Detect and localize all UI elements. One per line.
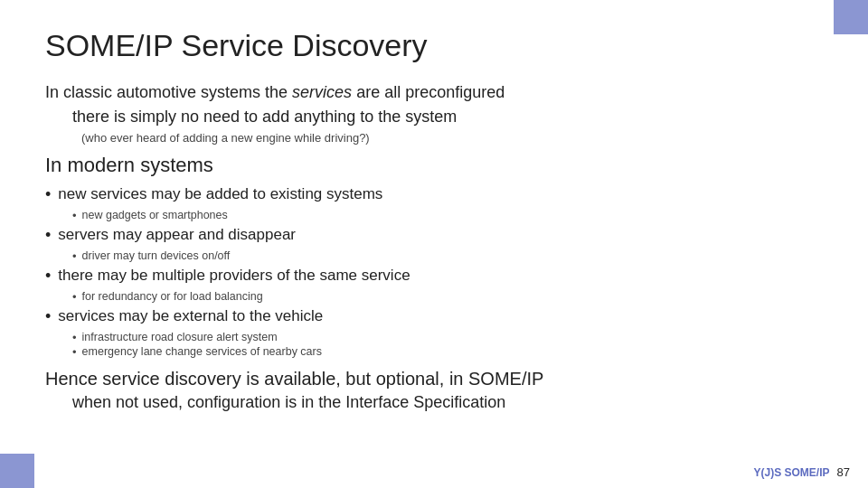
conclusion-main-text: Hence service discovery is available, bu… [45, 366, 823, 391]
intro-line2-text: there is simply no need to add anything … [72, 108, 457, 126]
bullet-main-0: new services may be added to existing sy… [45, 183, 823, 207]
slide: SOME/IP Service Discovery In classic aut… [0, 0, 868, 488]
intro-sub: (who ever heard of adding a new engine w… [81, 131, 823, 145]
intro-line1-after: are all preconfigured [352, 83, 505, 101]
intro-line1: In classic automotive systems the servic… [45, 80, 823, 105]
bullet-main-3: services may be external to the vehicle [45, 305, 823, 329]
intro-italic-services: services [292, 83, 352, 101]
bullet-item-2: there may be multiple providers of the s… [45, 264, 823, 304]
footer-brand: Y(J)S SOME/IP [754, 466, 830, 479]
bullet-item-3: services may be external to the vehicle … [45, 305, 823, 359]
conclusion-block: Hence service discovery is available, bu… [45, 366, 823, 414]
conclusion-sub-text: when not used, configuration is in the I… [72, 391, 823, 414]
modern-heading: In modern systems [45, 154, 823, 177]
bullet-sub-1-0: driver may turn devices on/off [72, 249, 823, 263]
intro-block: In classic automotive systems the servic… [45, 80, 823, 145]
slide-title: SOME/IP Service Discovery [45, 27, 823, 64]
corner-decoration-top-right [834, 0, 868, 34]
bullet-item-1: servers may appear and disappear driver … [45, 223, 823, 263]
main-bullet-list: new services may be added to existing sy… [45, 183, 823, 359]
bullet-sub-0-0: new gadgets or smartphones [72, 209, 823, 222]
footer: Y(J)S SOME/IP 87 [754, 465, 851, 479]
footer-page-number: 87 [837, 465, 850, 479]
bullet-sub-2-0: for redundancy or for load balancing [72, 290, 823, 304]
intro-line1-before: In classic automotive systems the [45, 83, 292, 101]
bullet-sub-3-0: infrastructure road closure alert system [72, 331, 823, 344]
bullet-main-1: servers may appear and disappear [45, 223, 823, 248]
bullet-main-2: there may be multiple providers of the s… [45, 264, 823, 288]
bullet-item-0: new services may be added to existing sy… [45, 183, 823, 222]
corner-decoration-bottom-left [0, 454, 34, 488]
intro-line2: there is simply no need to add anything … [72, 105, 823, 129]
bullet-sub-3-1: emergency lane change services of nearby… [72, 345, 823, 359]
bullet-list-wrapper: new services may be added to existing sy… [45, 183, 823, 359]
